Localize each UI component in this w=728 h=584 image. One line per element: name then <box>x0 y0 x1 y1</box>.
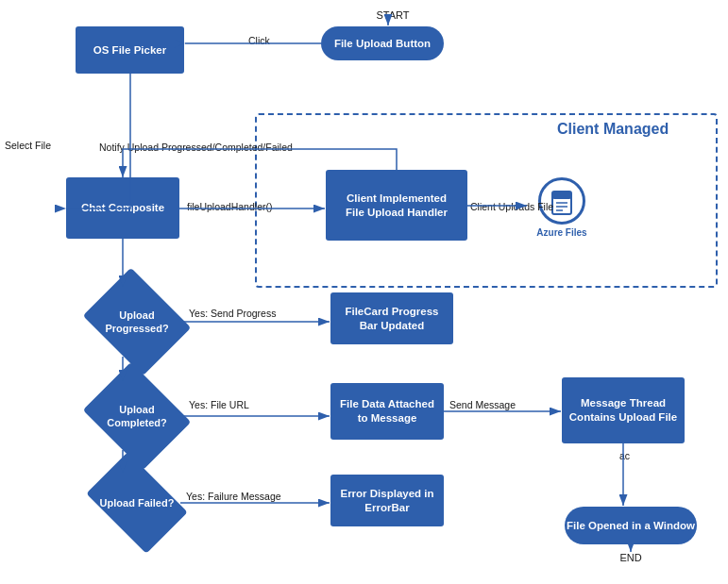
start-label: START <box>364 9 421 21</box>
chat-composite: Chat Composite <box>66 177 179 239</box>
label-client-uploads: Client Uploads File <box>470 201 553 212</box>
label-file-upload-handler: fileUploadHandler() <box>187 201 272 212</box>
azure-files-label: Azure Files <box>536 227 586 238</box>
svg-rect-1 <box>552 192 571 199</box>
filecard-progress: FileCard Progress Bar Updated <box>330 292 453 344</box>
label-notify-upload: Notify Upload Progressed/Completed/Faile… <box>99 142 293 153</box>
os-file-picker: OS File Picker <box>76 26 184 74</box>
message-thread: Message Thread Contains Upload File <box>562 377 685 443</box>
diagram: Client Managed START File Upload Button … <box>0 0 728 584</box>
label-send-message: Send Message <box>449 399 516 410</box>
label-yes-failure-message: Yes: Failure Message <box>186 491 281 502</box>
label-yes-send-progress: Yes: Send Progress <box>189 308 276 319</box>
upload-completed-diamond: Upload Completed? <box>94 382 179 450</box>
label-click: Click <box>248 35 270 46</box>
label-yes-file-url: Yes: File URL <box>189 399 249 410</box>
end-label: END <box>612 552 650 563</box>
file-data-attached: File Data Attached to Message <box>330 383 444 440</box>
upload-progressed-diamond: Upload Progressed? <box>94 288 179 356</box>
file-opened: File Opened in a Window <box>565 507 697 544</box>
label-ac: ac <box>619 450 630 461</box>
client-implemented-handler: Client Implemented File Upload Handler <box>326 170 467 241</box>
client-managed-label: Client Managed <box>557 121 669 138</box>
label-select-file: Select File <box>5 140 51 151</box>
file-upload-button: File Upload Button <box>321 26 444 60</box>
upload-failed-diamond: Upload Failed? <box>94 474 179 532</box>
error-displayed: Error Displayed in ErrorBar <box>330 475 444 526</box>
